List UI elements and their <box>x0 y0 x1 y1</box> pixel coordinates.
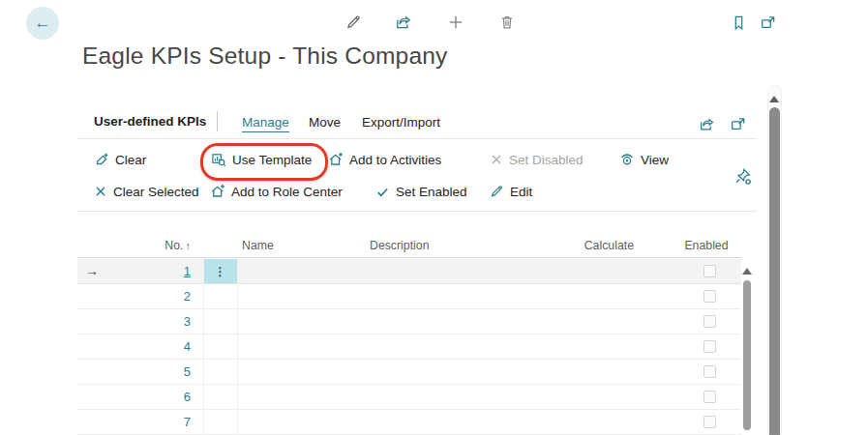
action-clear[interactable]: Clear <box>94 149 146 170</box>
row-no-link[interactable]: 5 <box>135 364 191 379</box>
enabled-checkbox[interactable] <box>703 391 716 403</box>
table-row[interactable]: → 1 ⋮ <box>77 259 741 284</box>
card-caption: User-defined KPIs <box>94 114 206 129</box>
row-no-link[interactable]: 4 <box>135 339 191 354</box>
enabled-checkbox[interactable] <box>703 290 716 303</box>
table-row[interactable]: 3 <box>77 309 741 334</box>
action-add-to-role-center[interactable]: Add to Role Center <box>210 181 343 202</box>
action-label: Clear <box>115 153 146 167</box>
card-share-icon[interactable] <box>697 114 716 133</box>
x-icon <box>94 185 107 198</box>
eraser-sparkle-icon <box>94 152 109 167</box>
row-no-link[interactable]: 6 <box>135 390 191 404</box>
column-header-enabled[interactable]: Enabled <box>683 239 730 252</box>
menu-item-move[interactable]: Move <box>309 115 341 130</box>
menu-item-manage[interactable]: Manage <box>242 115 289 132</box>
action-label: Clear Selected <box>113 185 199 199</box>
table-row[interactable]: 6 <box>77 385 741 410</box>
caption-divider <box>217 111 218 131</box>
share-icon[interactable] <box>394 13 413 32</box>
menu-item-export-import[interactable]: Export/Import <box>362 115 440 130</box>
column-header-calculate[interactable]: Calculate <box>542 239 634 252</box>
current-row-pointer-icon: → <box>85 263 99 278</box>
page-scrollbar-thumb[interactable] <box>769 107 780 435</box>
x-icon <box>490 153 503 166</box>
action-set-disabled: Set Disabled <box>490 149 584 170</box>
template-search-icon <box>211 152 226 167</box>
column-header-no[interactable]: No.↑ <box>126 239 191 252</box>
column-separator <box>203 259 204 435</box>
row-no-link[interactable]: 3 <box>135 314 191 329</box>
table-row[interactable]: 4 <box>77 334 741 360</box>
home-add-icon <box>328 152 344 167</box>
column-header-name[interactable]: Name <box>242 239 274 252</box>
enabled-checkbox[interactable] <box>703 340 716 353</box>
row-no-link[interactable]: 1 <box>135 264 191 278</box>
eye-icon <box>619 152 635 167</box>
pencil-icon <box>489 184 504 199</box>
sort-ascending-icon: ↑ <box>186 240 192 251</box>
more-options-cell[interactable]: ⋮ <box>204 259 237 283</box>
column-separator <box>237 259 238 435</box>
action-label: Use Template <box>232 153 312 167</box>
table-scroll-up-button[interactable] <box>742 268 752 275</box>
page-title: Eagle KPIs Setup - This Company <box>82 43 448 70</box>
ribbon-bottom-divider <box>77 211 757 212</box>
action-label: Set Enabled <box>396 185 467 199</box>
action-use-template[interactable]: Use Template <box>211 149 312 170</box>
bookmark-icon[interactable] <box>729 13 748 32</box>
caption-bottom-divider <box>77 138 757 139</box>
action-view[interactable]: View <box>619 149 669 170</box>
add-plus-icon[interactable] <box>446 13 465 32</box>
action-set-enabled[interactable]: Set Enabled <box>375 181 467 202</box>
action-label: Set Disabled <box>509 153 584 167</box>
action-add-to-activities[interactable]: Add to Activities <box>328 149 441 170</box>
pin-toggle-icon[interactable] <box>733 166 752 186</box>
table-row[interactable]: 2 <box>77 284 741 309</box>
column-header-description[interactable]: Description <box>370 239 430 252</box>
enabled-checkbox[interactable] <box>703 365 716 378</box>
table-row[interactable]: 7 <box>77 410 741 435</box>
table-scrollbar-thumb[interactable] <box>743 280 751 430</box>
back-arrow-icon: ← <box>35 14 51 33</box>
row-no-link[interactable]: 7 <box>135 415 191 429</box>
eagle-kpis-setup-page: ← Eagle KPIs Setup - This Company U <box>0 0 868 435</box>
action-label: Add to Activities <box>349 153 441 167</box>
action-label: Edit <box>510 185 532 199</box>
back-button[interactable]: ← <box>26 7 59 40</box>
open-window-icon[interactable] <box>758 13 777 32</box>
action-clear-selected[interactable]: Clear Selected <box>94 181 199 202</box>
home-add-icon <box>210 184 225 199</box>
table-header-border <box>77 257 741 258</box>
action-edit[interactable]: Edit <box>489 181 532 202</box>
enabled-checkbox[interactable] <box>703 315 716 328</box>
table-row[interactable]: 5 <box>77 360 741 385</box>
action-label: Add to Role Center <box>231 185 343 199</box>
enabled-checkbox[interactable] <box>703 265 716 277</box>
delete-trash-icon[interactable] <box>497 13 517 32</box>
row-no-link[interactable]: 2 <box>135 289 191 304</box>
check-icon <box>375 185 390 199</box>
page-scroll-up-button[interactable] <box>769 96 779 102</box>
action-label: View <box>641 153 669 167</box>
edit-pencil-icon[interactable] <box>344 13 363 32</box>
card-open-window-icon[interactable] <box>728 114 747 133</box>
enabled-checkbox[interactable] <box>703 416 716 428</box>
